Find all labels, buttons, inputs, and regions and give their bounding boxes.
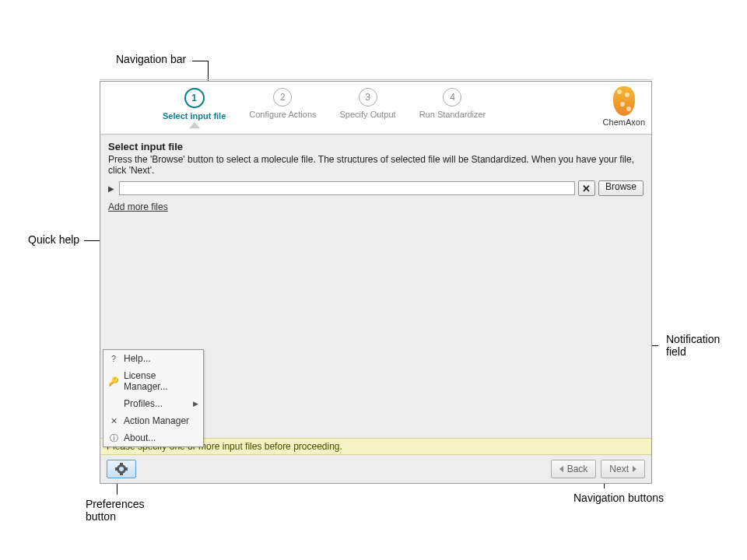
triangle-left-icon: [559, 466, 563, 472]
step-label: Specify Output: [340, 110, 396, 119]
clear-file-button[interactable]: ✕: [578, 180, 595, 196]
next-label: Next: [609, 464, 629, 474]
step-label: Configure Actions: [249, 110, 316, 119]
step-specify-output[interactable]: 3 Specify Output: [340, 88, 396, 121]
menu-item-label: Action Manager: [124, 415, 189, 426]
annotation-quickhelp: Quick help: [28, 233, 79, 246]
step-label: Select input file: [163, 111, 226, 121]
menu-item-action-manager[interactable]: ✕ Action Manager: [103, 412, 203, 429]
navigation-bar: 1 Select input file 2 Configure Actions …: [100, 82, 651, 135]
logo-icon: [613, 86, 635, 116]
menu-item-license-manager[interactable]: 🔑 License Manager...: [103, 367, 203, 395]
menu-item-label: About...: [124, 432, 156, 443]
submenu-arrow-icon: ▶: [193, 400, 198, 408]
menu-item-about[interactable]: ⓘ About...: [103, 429, 203, 446]
preferences-popup-menu: ? Help... 🔑 License Manager... Profiles.…: [103, 349, 204, 447]
section-title: Select input file: [108, 141, 644, 152]
menu-item-profiles[interactable]: Profiles... ▶: [103, 395, 203, 412]
triangle-right-icon: [633, 466, 637, 472]
menu-item-label: License Manager...: [124, 370, 198, 392]
step-number: 1: [184, 88, 205, 108]
menu-item-help[interactable]: ? Help...: [103, 350, 203, 367]
preferences-button[interactable]: [107, 460, 136, 478]
chemaxon-logo: ChemAxon: [603, 86, 645, 127]
step-select-input-file[interactable]: 1 Select input file: [163, 88, 226, 121]
menu-item-label: Help...: [124, 353, 151, 364]
back-button[interactable]: Back: [551, 460, 597, 478]
step-label: Run Standardizer: [419, 110, 486, 119]
step-number: 3: [359, 88, 377, 107]
step-number: 2: [273, 88, 292, 107]
info-icon: ⓘ: [108, 432, 119, 443]
file-row: ▶ ✕ Browse: [108, 180, 644, 196]
top-rule: [100, 79, 652, 80]
blank-icon: [108, 398, 119, 409]
menu-item-label: Profiles...: [124, 398, 163, 409]
gear-icon: [117, 464, 126, 474]
back-label: Back: [567, 464, 588, 474]
file-path-input[interactable]: [119, 181, 575, 195]
step-run-standardizer[interactable]: 4 Run Standardizer: [419, 88, 486, 121]
annotation-pref-button: Preferences button: [86, 498, 156, 523]
key-icon: 🔑: [108, 376, 119, 387]
step-configure-actions[interactable]: 2 Configure Actions: [249, 88, 316, 121]
annotation-nav-buttons: Navigation buttons: [573, 492, 664, 504]
logo-text: ChemAxon: [603, 117, 645, 127]
browse-button[interactable]: Browse: [598, 180, 644, 196]
quick-help-text: Press the 'Browse' button to select a mo…: [108, 154, 644, 176]
wizard-steps: 1 Select input file 2 Configure Actions …: [163, 88, 486, 121]
annotation-line: [192, 61, 208, 61]
annotation-notification-field: Notification field: [666, 333, 736, 358]
step-number: 4: [443, 88, 461, 107]
next-button[interactable]: Next: [601, 460, 645, 478]
footer-bar: Back Next: [100, 455, 651, 483]
app-window: 1 Select input file 2 Configure Actions …: [100, 81, 652, 484]
tools-icon: ✕: [108, 415, 119, 426]
expand-icon[interactable]: ▶: [108, 184, 116, 193]
help-icon: ?: [108, 353, 119, 364]
add-more-files-link[interactable]: Add more files: [108, 201, 168, 212]
annotation-navbar: Navigation bar: [116, 53, 186, 65]
